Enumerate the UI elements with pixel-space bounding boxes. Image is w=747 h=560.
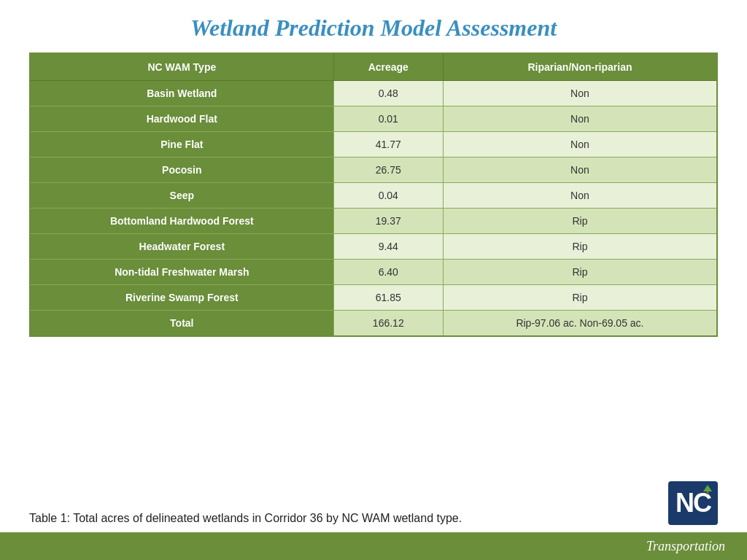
nc-tree-icon xyxy=(702,484,713,496)
nc-logo: NC xyxy=(668,481,718,525)
cell-type: Total xyxy=(30,311,333,337)
cell-acreage: 26.75 xyxy=(333,158,443,183)
table-row: Pocosin26.75Non xyxy=(30,158,717,183)
data-table: NC WAM Type Acreage Riparian/Non-riparia… xyxy=(29,52,718,337)
cell-acreage: 9.44 xyxy=(333,234,443,260)
cell-acreage: 6.40 xyxy=(333,260,443,285)
page-title: Wetland Prediction Model Assessment xyxy=(0,0,747,52)
cell-acreage: 0.48 xyxy=(333,81,443,106)
table-row: Riverine Swamp Forest61.85Rip xyxy=(30,285,717,311)
table-row: Total166.12Rip-97.06 ac. Non-69.05 ac. xyxy=(30,311,717,337)
cell-type: Non-tidal Freshwater Marsh xyxy=(30,260,333,285)
table-container: NC WAM Type Acreage Riparian/Non-riparia… xyxy=(0,52,747,502)
cell-riparian: Rip xyxy=(443,209,717,234)
cell-riparian: Rip-97.06 ac. Non-69.05 ac. xyxy=(443,311,717,337)
table-row: Headwater Forest9.44Rip xyxy=(30,234,717,260)
cell-type: Headwater Forest xyxy=(30,234,333,260)
cell-riparian: Rip xyxy=(443,260,717,285)
cell-type: Hardwood Flat xyxy=(30,106,333,132)
table-row: Basin Wetland0.48Non xyxy=(30,81,717,106)
table-header-row: NC WAM Type Acreage Riparian/Non-riparia… xyxy=(30,53,717,81)
table-row: Seep0.04Non xyxy=(30,183,717,209)
cell-riparian: Rip xyxy=(443,234,717,260)
cell-type: Bottomland Hardwood Forest xyxy=(30,209,333,234)
cell-type: Riverine Swamp Forest xyxy=(30,285,333,311)
table-row: Pine Flat41.77Non xyxy=(30,132,717,158)
table-caption: Table 1: Total acres of delineated wetla… xyxy=(0,502,747,532)
cell-riparian: Non xyxy=(443,81,717,106)
cell-acreage: 0.04 xyxy=(333,183,443,209)
bottom-bar-label: Transportation xyxy=(646,539,725,554)
svg-rect-1 xyxy=(707,491,709,494)
svg-marker-0 xyxy=(703,485,712,491)
cell-type: Pocosin xyxy=(30,158,333,183)
bottom-bar: Transportation xyxy=(0,532,747,560)
page-container: Wetland Prediction Model Assessment NC W… xyxy=(0,0,747,560)
cell-acreage: 19.37 xyxy=(333,209,443,234)
col-header-acreage: Acreage xyxy=(333,53,443,81)
cell-riparian: Non xyxy=(443,183,717,209)
cell-acreage: 0.01 xyxy=(333,106,443,132)
table-row: Hardwood Flat0.01Non xyxy=(30,106,717,132)
cell-type: Seep xyxy=(30,183,333,209)
cell-acreage: 41.77 xyxy=(333,132,443,158)
logo-area: NC xyxy=(668,481,718,525)
col-header-type: NC WAM Type xyxy=(30,53,333,81)
cell-type: Pine Flat xyxy=(30,132,333,158)
table-row: Non-tidal Freshwater Marsh6.40Rip xyxy=(30,260,717,285)
cell-riparian: Non xyxy=(443,106,717,132)
cell-riparian: Non xyxy=(443,132,717,158)
cell-riparian: Rip xyxy=(443,285,717,311)
cell-type: Basin Wetland xyxy=(30,81,333,106)
cell-acreage: 61.85 xyxy=(333,285,443,311)
cell-riparian: Non xyxy=(443,158,717,183)
col-header-riparian: Riparian/Non-riparian xyxy=(443,53,717,81)
cell-acreage: 166.12 xyxy=(333,311,443,337)
table-row: Bottomland Hardwood Forest19.37Rip xyxy=(30,209,717,234)
